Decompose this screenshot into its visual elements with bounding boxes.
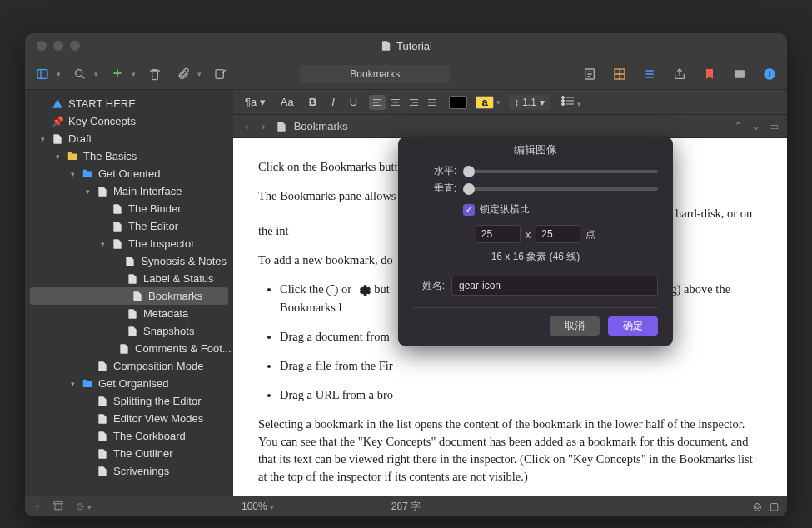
nav-back-button[interactable]: ‹: [242, 120, 252, 132]
sidebar-item[interactable]: Comments & Foot...: [25, 340, 233, 357]
paragraph-style-button[interactable]: ¶a ▾: [242, 94, 269, 110]
breadcrumb-title[interactable]: Bookmarks: [294, 120, 348, 132]
sidebar-item-label: START HERE: [68, 97, 136, 110]
minimize-window[interactable]: [53, 41, 63, 51]
align-center-button[interactable]: [387, 95, 404, 110]
disclosure-icon[interactable]: ▾: [38, 135, 47, 143]
target-button[interactable]: ◎: [753, 501, 761, 512]
sidebar-item[interactable]: ▾Draft: [25, 130, 233, 147]
align-left-button[interactable]: [369, 95, 386, 110]
composition-mode-button[interactable]: [730, 65, 749, 83]
window-title: Tutorial: [380, 40, 432, 52]
archive-button[interactable]: [52, 500, 64, 514]
chevron-down-icon[interactable]: ▾: [132, 70, 136, 78]
sidebar-item[interactable]: ▾The Inspector: [25, 235, 233, 252]
attachment-button[interactable]: [174, 65, 192, 83]
doc-icon: [97, 466, 108, 477]
add-button[interactable]: +: [108, 65, 127, 83]
align-right-button[interactable]: [406, 95, 422, 110]
lock-aspect-checkbox[interactable]: ✓: [463, 204, 475, 216]
sidebar-item[interactable]: The Outliner: [25, 445, 233, 462]
share-button[interactable]: [670, 65, 689, 83]
corkboard-view-button[interactable]: [610, 65, 629, 83]
sidebar-item[interactable]: Label & Status: [25, 270, 233, 287]
sidebar-item[interactable]: Composition Mode: [25, 357, 233, 375]
outline-view-button[interactable]: [640, 65, 659, 83]
sidebar-item[interactable]: ▾Main Interface: [25, 182, 233, 200]
sidebar-item[interactable]: ▾The Basics: [25, 147, 233, 165]
highlight-color-button[interactable]: a: [476, 96, 494, 109]
sidebar-item[interactable]: Bookmarks: [30, 287, 228, 305]
nav-up-button[interactable]: ⌃: [734, 120, 743, 132]
ok-button[interactable]: 确定: [608, 316, 658, 336]
disclosure-icon[interactable]: ▾: [68, 380, 77, 388]
settings-button[interactable]: ⊙ ▾: [76, 501, 91, 512]
search-button[interactable]: [71, 65, 89, 83]
svg-point-2: [76, 69, 82, 76]
sidebar-item-label: The Outliner: [113, 447, 173, 460]
comment-button[interactable]: ▢: [770, 501, 779, 512]
disclosure-icon[interactable]: ▾: [53, 152, 62, 161]
nav-down-button[interactable]: ⌄: [751, 120, 760, 132]
disclosure-icon[interactable]: ▾: [98, 240, 107, 248]
sidebar-item[interactable]: Snapshots: [25, 322, 233, 340]
gear-icon: [355, 282, 371, 299]
chevron-down-icon[interactable]: ▾: [197, 70, 202, 78]
trash-button[interactable]: [146, 65, 164, 83]
sidebar-item-label: Main Interface: [113, 185, 182, 197]
list-button[interactable]: ▾: [558, 93, 585, 111]
compose-button[interactable]: [212, 65, 230, 83]
underline-button[interactable]: U: [346, 94, 361, 110]
sidebar-item[interactable]: ▾Get Organised: [25, 375, 233, 392]
disclosure-icon[interactable]: ▾: [68, 170, 77, 178]
sidebar-item-label: The Basics: [83, 150, 137, 162]
sidebar-item[interactable]: The Editor: [25, 217, 233, 235]
view-mode-button[interactable]: [33, 65, 52, 83]
sidebar-item[interactable]: Synopsis & Notes: [25, 252, 233, 270]
split-button[interactable]: ▭: [769, 120, 779, 132]
name-input[interactable]: [451, 276, 658, 296]
close-window[interactable]: [37, 41, 47, 51]
disclosure-icon[interactable]: ▾: [83, 187, 92, 196]
vertical-slider[interactable]: [463, 187, 658, 191]
chevron-down-icon[interactable]: ▾: [57, 70, 61, 78]
slider-thumb[interactable]: [463, 183, 475, 195]
bold-button[interactable]: B: [306, 94, 320, 110]
word-count[interactable]: 287 字: [391, 500, 421, 514]
doc-icon: [118, 343, 130, 355]
chevron-down-icon[interactable]: ▾: [94, 70, 98, 78]
zoom-level[interactable]: 100% ▾: [242, 501, 274, 512]
sidebar-item[interactable]: ▾Get Oriented: [25, 165, 233, 182]
doc-icon: [112, 221, 123, 232]
align-justify-button[interactable]: [424, 95, 441, 110]
sidebar-item[interactable]: Scrivenings: [25, 462, 233, 480]
line-spacing-button[interactable]: ↕ 1.1 ▾: [509, 95, 550, 110]
sidebar-item[interactable]: Metadata: [25, 305, 233, 322]
svg-rect-15: [735, 70, 745, 77]
sidebar-item[interactable]: Editor View Modes: [25, 410, 233, 427]
sidebar-item-label: Comments & Foot...: [135, 342, 232, 355]
horizontal-slider[interactable]: [463, 170, 658, 173]
sidebar-item[interactable]: The Corkboard: [25, 427, 233, 445]
svg-rect-4: [216, 69, 223, 78]
info-button[interactable]: i: [760, 65, 779, 83]
text-color-button[interactable]: [449, 96, 467, 109]
width-input[interactable]: [476, 225, 521, 243]
zoom-window[interactable]: [70, 41, 80, 51]
height-input[interactable]: [536, 225, 580, 243]
add-item-button[interactable]: +: [33, 499, 41, 514]
warn-icon: [52, 98, 63, 110]
sidebar-item[interactable]: The Binder: [25, 200, 233, 217]
sidebar-item[interactable]: START HERE: [25, 95, 233, 112]
nav-forward-button[interactable]: ›: [258, 120, 268, 132]
slider-thumb[interactable]: [463, 166, 475, 177]
sidebar-item[interactable]: Splitting the Editor: [25, 392, 233, 410]
italic-button[interactable]: I: [328, 94, 338, 110]
document-view-button[interactable]: [580, 65, 599, 83]
font-button[interactable]: Aa: [277, 94, 297, 110]
bookmark-button[interactable]: [700, 65, 719, 83]
sidebar-item[interactable]: 📌Key Concepts: [25, 112, 233, 130]
cancel-button[interactable]: 取消: [550, 316, 600, 336]
folder-icon: [82, 378, 93, 390]
document-title-field[interactable]: Bookmarks: [300, 65, 450, 83]
